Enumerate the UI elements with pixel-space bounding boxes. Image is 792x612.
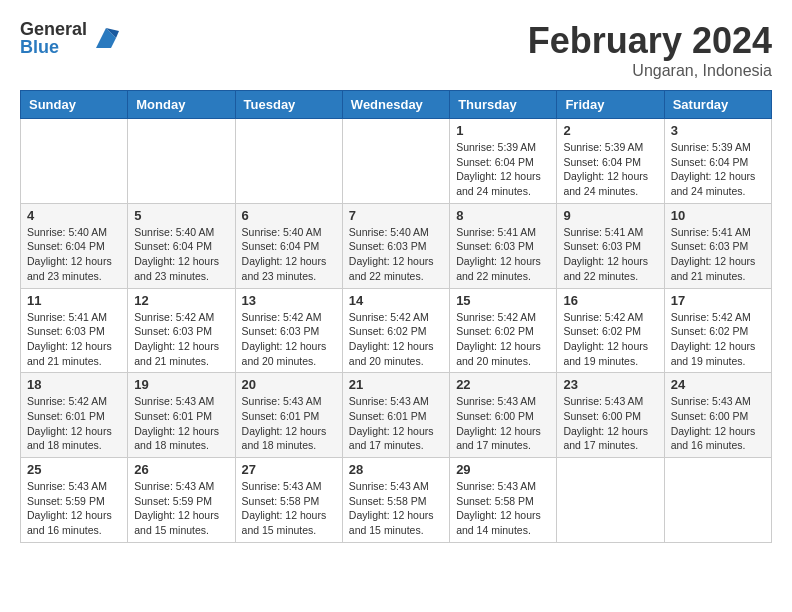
- day-info: Sunrise: 5:43 AM Sunset: 6:01 PM Dayligh…: [242, 394, 336, 453]
- day-info: Sunrise: 5:43 AM Sunset: 5:59 PM Dayligh…: [134, 479, 228, 538]
- page-header: General Blue February 2024 Ungaran, Indo…: [20, 20, 772, 80]
- calendar-cell: [664, 458, 771, 543]
- calendar-cell: 9Sunrise: 5:41 AM Sunset: 6:03 PM Daylig…: [557, 203, 664, 288]
- header-row: SundayMondayTuesdayWednesdayThursdayFrid…: [21, 91, 772, 119]
- calendar-cell: 23Sunrise: 5:43 AM Sunset: 6:00 PM Dayli…: [557, 373, 664, 458]
- calendar-week-3: 11Sunrise: 5:41 AM Sunset: 6:03 PM Dayli…: [21, 288, 772, 373]
- day-number: 2: [563, 123, 657, 138]
- day-info: Sunrise: 5:41 AM Sunset: 6:03 PM Dayligh…: [27, 310, 121, 369]
- calendar-cell: [235, 119, 342, 204]
- day-number: 13: [242, 293, 336, 308]
- day-number: 17: [671, 293, 765, 308]
- day-info: Sunrise: 5:42 AM Sunset: 6:02 PM Dayligh…: [349, 310, 443, 369]
- calendar-cell: 2Sunrise: 5:39 AM Sunset: 6:04 PM Daylig…: [557, 119, 664, 204]
- calendar-cell: 25Sunrise: 5:43 AM Sunset: 5:59 PM Dayli…: [21, 458, 128, 543]
- header-day-friday: Friday: [557, 91, 664, 119]
- day-number: 5: [134, 208, 228, 223]
- calendar-cell: 8Sunrise: 5:41 AM Sunset: 6:03 PM Daylig…: [450, 203, 557, 288]
- logo-icon: [91, 23, 121, 53]
- day-info: Sunrise: 5:39 AM Sunset: 6:04 PM Dayligh…: [456, 140, 550, 199]
- day-number: 3: [671, 123, 765, 138]
- header-day-wednesday: Wednesday: [342, 91, 449, 119]
- calendar-cell: 3Sunrise: 5:39 AM Sunset: 6:04 PM Daylig…: [664, 119, 771, 204]
- calendar-cell: 22Sunrise: 5:43 AM Sunset: 6:00 PM Dayli…: [450, 373, 557, 458]
- calendar-cell: 15Sunrise: 5:42 AM Sunset: 6:02 PM Dayli…: [450, 288, 557, 373]
- day-info: Sunrise: 5:41 AM Sunset: 6:03 PM Dayligh…: [563, 225, 657, 284]
- calendar-week-2: 4Sunrise: 5:40 AM Sunset: 6:04 PM Daylig…: [21, 203, 772, 288]
- calendar-cell: 11Sunrise: 5:41 AM Sunset: 6:03 PM Dayli…: [21, 288, 128, 373]
- calendar-cell: 7Sunrise: 5:40 AM Sunset: 6:03 PM Daylig…: [342, 203, 449, 288]
- day-number: 25: [27, 462, 121, 477]
- calendar-week-5: 25Sunrise: 5:43 AM Sunset: 5:59 PM Dayli…: [21, 458, 772, 543]
- day-info: Sunrise: 5:42 AM Sunset: 6:02 PM Dayligh…: [456, 310, 550, 369]
- calendar-cell: 14Sunrise: 5:42 AM Sunset: 6:02 PM Dayli…: [342, 288, 449, 373]
- day-info: Sunrise: 5:41 AM Sunset: 6:03 PM Dayligh…: [456, 225, 550, 284]
- day-number: 7: [349, 208, 443, 223]
- day-number: 4: [27, 208, 121, 223]
- header-day-tuesday: Tuesday: [235, 91, 342, 119]
- day-info: Sunrise: 5:42 AM Sunset: 6:03 PM Dayligh…: [242, 310, 336, 369]
- day-number: 8: [456, 208, 550, 223]
- day-number: 12: [134, 293, 228, 308]
- day-number: 16: [563, 293, 657, 308]
- calendar-cell: 26Sunrise: 5:43 AM Sunset: 5:59 PM Dayli…: [128, 458, 235, 543]
- day-info: Sunrise: 5:43 AM Sunset: 5:58 PM Dayligh…: [456, 479, 550, 538]
- header-day-sunday: Sunday: [21, 91, 128, 119]
- calendar-cell: 16Sunrise: 5:42 AM Sunset: 6:02 PM Dayli…: [557, 288, 664, 373]
- day-number: 26: [134, 462, 228, 477]
- calendar-cell: 18Sunrise: 5:42 AM Sunset: 6:01 PM Dayli…: [21, 373, 128, 458]
- day-info: Sunrise: 5:42 AM Sunset: 6:02 PM Dayligh…: [671, 310, 765, 369]
- day-info: Sunrise: 5:42 AM Sunset: 6:01 PM Dayligh…: [27, 394, 121, 453]
- calendar-week-1: 1Sunrise: 5:39 AM Sunset: 6:04 PM Daylig…: [21, 119, 772, 204]
- calendar-cell: 10Sunrise: 5:41 AM Sunset: 6:03 PM Dayli…: [664, 203, 771, 288]
- calendar-cell: [21, 119, 128, 204]
- day-info: Sunrise: 5:43 AM Sunset: 5:58 PM Dayligh…: [242, 479, 336, 538]
- logo-text: General Blue: [20, 20, 87, 56]
- day-number: 23: [563, 377, 657, 392]
- day-number: 10: [671, 208, 765, 223]
- calendar-cell: 17Sunrise: 5:42 AM Sunset: 6:02 PM Dayli…: [664, 288, 771, 373]
- month-title: February 2024: [528, 20, 772, 62]
- day-number: 22: [456, 377, 550, 392]
- day-info: Sunrise: 5:43 AM Sunset: 6:00 PM Dayligh…: [563, 394, 657, 453]
- calendar-cell: 12Sunrise: 5:42 AM Sunset: 6:03 PM Dayli…: [128, 288, 235, 373]
- calendar-table: SundayMondayTuesdayWednesdayThursdayFrid…: [20, 90, 772, 543]
- day-info: Sunrise: 5:43 AM Sunset: 5:59 PM Dayligh…: [27, 479, 121, 538]
- calendar-cell: 20Sunrise: 5:43 AM Sunset: 6:01 PM Dayli…: [235, 373, 342, 458]
- calendar-cell: 24Sunrise: 5:43 AM Sunset: 6:00 PM Dayli…: [664, 373, 771, 458]
- day-info: Sunrise: 5:43 AM Sunset: 6:01 PM Dayligh…: [349, 394, 443, 453]
- day-number: 27: [242, 462, 336, 477]
- calendar-cell: 13Sunrise: 5:42 AM Sunset: 6:03 PM Dayli…: [235, 288, 342, 373]
- logo: General Blue: [20, 20, 121, 56]
- day-number: 29: [456, 462, 550, 477]
- day-info: Sunrise: 5:42 AM Sunset: 6:03 PM Dayligh…: [134, 310, 228, 369]
- day-info: Sunrise: 5:40 AM Sunset: 6:04 PM Dayligh…: [27, 225, 121, 284]
- calendar-cell: 28Sunrise: 5:43 AM Sunset: 5:58 PM Dayli…: [342, 458, 449, 543]
- day-info: Sunrise: 5:43 AM Sunset: 6:00 PM Dayligh…: [671, 394, 765, 453]
- calendar-cell: 27Sunrise: 5:43 AM Sunset: 5:58 PM Dayli…: [235, 458, 342, 543]
- calendar-cell: [342, 119, 449, 204]
- title-section: February 2024 Ungaran, Indonesia: [528, 20, 772, 80]
- day-info: Sunrise: 5:39 AM Sunset: 6:04 PM Dayligh…: [563, 140, 657, 199]
- day-info: Sunrise: 5:40 AM Sunset: 6:04 PM Dayligh…: [242, 225, 336, 284]
- day-number: 21: [349, 377, 443, 392]
- day-number: 28: [349, 462, 443, 477]
- day-info: Sunrise: 5:40 AM Sunset: 6:03 PM Dayligh…: [349, 225, 443, 284]
- day-info: Sunrise: 5:40 AM Sunset: 6:04 PM Dayligh…: [134, 225, 228, 284]
- location-subtitle: Ungaran, Indonesia: [528, 62, 772, 80]
- calendar-cell: 4Sunrise: 5:40 AM Sunset: 6:04 PM Daylig…: [21, 203, 128, 288]
- day-number: 24: [671, 377, 765, 392]
- day-info: Sunrise: 5:39 AM Sunset: 6:04 PM Dayligh…: [671, 140, 765, 199]
- day-number: 19: [134, 377, 228, 392]
- day-number: 20: [242, 377, 336, 392]
- day-number: 11: [27, 293, 121, 308]
- calendar-body: 1Sunrise: 5:39 AM Sunset: 6:04 PM Daylig…: [21, 119, 772, 543]
- header-day-saturday: Saturday: [664, 91, 771, 119]
- day-info: Sunrise: 5:43 AM Sunset: 6:01 PM Dayligh…: [134, 394, 228, 453]
- day-number: 14: [349, 293, 443, 308]
- day-info: Sunrise: 5:41 AM Sunset: 6:03 PM Dayligh…: [671, 225, 765, 284]
- calendar-header: SundayMondayTuesdayWednesdayThursdayFrid…: [21, 91, 772, 119]
- day-number: 1: [456, 123, 550, 138]
- header-day-monday: Monday: [128, 91, 235, 119]
- logo-general: General: [20, 20, 87, 38]
